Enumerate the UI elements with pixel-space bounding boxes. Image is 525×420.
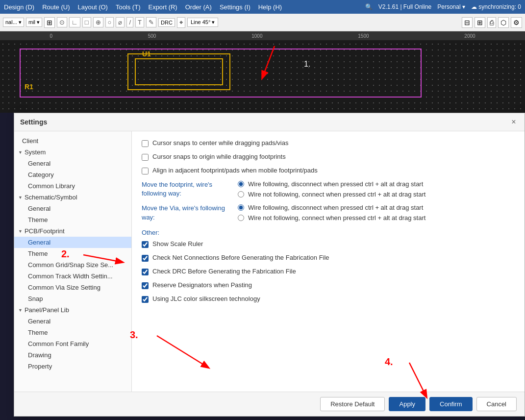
sidebar-item-panel-theme[interactable]: Theme [14,327,131,338]
grid-icon[interactable]: ⊞ [44,17,55,28]
using-jlc-checkbox[interactable] [142,296,149,303]
via-wire-following-radio[interactable] [238,204,244,211]
3d-icon[interactable]: ⬡ [498,17,509,28]
tool-3[interactable]: □ [82,17,91,27]
sidebar-item-common-track[interactable]: Common Track Width Settin... [14,271,131,282]
angle-selector[interactable]: Line 45° ▾ [187,18,219,27]
via-wire-not-following-radio[interactable] [238,215,244,221]
tool-text[interactable]: T [135,17,144,27]
sidebar-item-pcb-general[interactable]: General [14,237,131,248]
show-scale-ruler-checkbox[interactable] [142,241,149,248]
align-adjacent-label: Align in adjacent footprint/pads when mo… [152,167,318,174]
restore-default-button[interactable]: Restore Default [320,397,385,411]
dialog-sidebar: Client System General Category Common Li… [14,131,132,392]
checkbox-row-check-net: Check Net Connections Before Generating … [142,254,515,262]
tool-snap[interactable]: ⌖ [177,17,185,28]
canvas-area[interactable]: 0500100015002000 U1 R1 1. [0,31,525,113]
menu-bar: Design (D) Route (U) Layout (O) Tools (T… [0,0,525,14]
settings-dialog: Settings × Client System General Categor… [14,113,525,417]
cursor-snap-pads-checkbox[interactable] [142,140,149,147]
sidebar-item-panel-general[interactable]: General [14,316,131,327]
export-icon[interactable]: ⎙ [487,17,496,28]
footprint-radio-options: Wire following, disconnect when pressed … [238,180,425,198]
menu-tools[interactable]: Tools (T) [116,3,141,11]
sidebar-item-sch-theme[interactable]: Theme [14,214,131,225]
apply-button[interactable]: Apply [389,397,425,411]
pcb-canvas: Design (D) Route (U) Layout (O) Tools (T… [0,0,525,113]
using-jlc-label: Using JLC color silkscreen technology [152,295,260,302]
dialog-close-button[interactable]: × [509,117,519,127]
confirm-button[interactable]: Confirm [429,397,473,411]
sidebar-group-panel[interactable]: Panel/Panel Lib [14,304,131,316]
fp-wire-not-following-label: Wire not following, connect when pressed… [248,191,425,198]
via-wire-not-following-label: Wire not following, connect when pressed… [248,214,425,222]
checkbox-row-check-drc: Check DRC Before Generating the Fabricat… [142,268,515,275]
checkbox-row-cursor-snap-pads: Cursor snaps to center while dragging pa… [142,139,515,147]
sidebar-item-common-via[interactable]: Common Via Size Setting [14,282,131,293]
settings-icon[interactable]: ⚙ [511,17,522,28]
pcb-annotation-1: 1. [304,60,310,69]
unit-selector[interactable]: nal... ▾ [3,18,24,27]
tool-wire[interactable]: ✎ [146,17,156,27]
unit-mil[interactable]: mil ▾ [26,18,42,27]
dialog-header: Settings × [14,113,525,131]
move-footprint-label: Move the footprint, wire's following way… [142,180,230,198]
sidebar-item-common-font[interactable]: Common Font Family [14,338,131,349]
sidebar-item-snap[interactable]: Snap [14,293,131,304]
ruler-horizontal: 0500100015002000 [0,31,525,40]
menu-layout[interactable]: Layout (O) [77,3,107,11]
tool-5[interactable]: ○ [105,17,114,27]
sidebar-item-property[interactable]: Property [14,361,131,372]
right-toolbar: ⊟ ⊞ ⎙ ⬡ ⚙ [462,17,522,28]
checkbox-row-scale-ruler: Show Scale Ruler [142,240,515,248]
toolbar: nal... ▾ mil ▾ ⊞ ⊙ ∟ □ ⊕ ○ ⌀ / T ✎ DRC ⌖… [0,14,525,31]
checkbox-row-reserve-designators: Reserve Designators when Pasting [142,281,515,289]
version-label: V2.1.61 | Full Online [378,3,432,10]
reserve-designators-checkbox[interactable] [142,282,149,289]
sidebar-item-pcb-theme[interactable]: Theme [14,248,131,259]
tool-6[interactable]: ⌀ [116,17,125,27]
check-drc-checkbox[interactable] [142,269,149,275]
fp-wire-following-radio[interactable] [238,181,244,187]
sidebar-item-drawing[interactable]: Drawing [14,349,131,361]
check-drc-label: Check DRC Before Generating the Fabricat… [152,268,296,275]
pcb-label-r1: R1 [25,83,33,91]
menu-route[interactable]: Route (U) [42,3,70,11]
fp-radio-row-2: Wire not following, connect when pressed… [238,191,425,198]
align-icon[interactable]: ⊟ [462,17,473,28]
cursor-snap-origin-checkbox[interactable] [142,154,149,161]
tool-1[interactable]: ⊙ [57,17,67,27]
move-via-label: Move the Via, wire's following way: [142,204,230,222]
tool-2[interactable]: ∟ [69,17,80,27]
fp-wire-not-following-radio[interactable] [238,191,244,198]
distribute-icon[interactable]: ⊞ [475,17,485,28]
sidebar-item-client[interactable]: Client [14,135,131,147]
menu-export[interactable]: Export (R) [148,3,177,11]
dialog-footer: Restore Default Apply Confirm Cancel [14,392,525,416]
tool-4[interactable]: ⊕ [93,17,103,27]
dialog-body: Client System General Category Common Li… [14,131,525,392]
search-icon[interactable]: 🔍 [365,3,373,10]
sidebar-group-pcb[interactable]: PCB/Footprint [14,225,131,237]
sidebar-item-common-library[interactable]: Common Library [14,180,131,192]
drc-label[interactable]: DRC [158,18,175,27]
sidebar-item-common-grid[interactable]: Common Grid/Snap Size Se... [14,259,131,271]
cursor-snap-origin-label: Cursor snaps to origin while dragging fo… [152,153,286,160]
sidebar-item-general[interactable]: General [14,158,131,169]
via-radio-row-1: Wire following, disconnect when pressed … [238,204,425,211]
menu-settings[interactable]: Settings (I) [220,3,250,11]
align-adjacent-checkbox[interactable] [142,168,149,174]
dialog-content: Cursor snaps to center while dragging pa… [132,131,525,392]
tool-line[interactable]: / [126,17,133,27]
menu-order[interactable]: Order (A) [185,3,212,11]
sidebar-item-sch-general[interactable]: General [14,203,131,214]
cancel-button[interactable]: Cancel [476,397,517,411]
sidebar-item-category[interactable]: Category [14,169,131,180]
check-net-checkbox[interactable] [142,255,149,262]
move-footprint-group: Move the footprint, wire's following way… [142,180,515,198]
menu-design[interactable]: Design (D) [4,3,34,11]
sidebar-group-system[interactable]: System [14,147,131,158]
via-radio-row-2: Wire not following, connect when pressed… [238,214,425,222]
menu-help[interactable]: Help (H) [258,3,282,11]
sidebar-group-schematic[interactable]: Schematic/Symbol [14,192,131,203]
